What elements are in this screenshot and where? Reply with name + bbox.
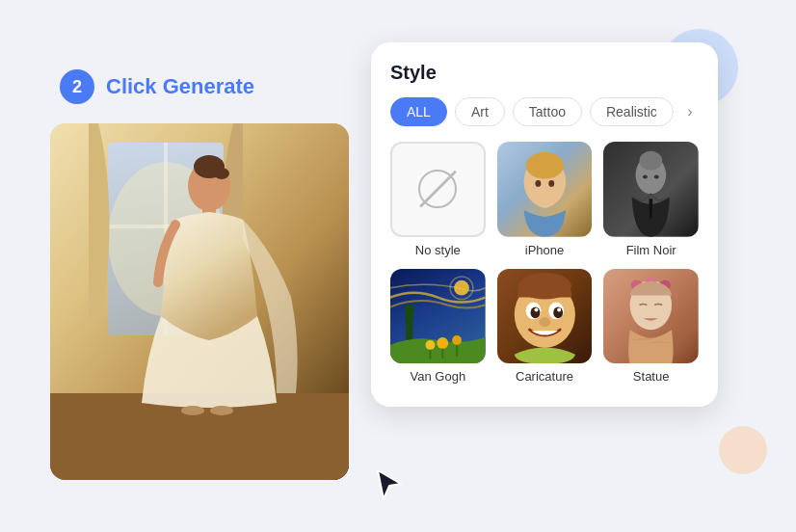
filmnoir-label: Film Noir — [626, 243, 677, 257]
cursor-svg — [374, 468, 405, 503]
step-header: 2 Click Generate — [60, 69, 254, 104]
step-badge: 2 — [60, 69, 94, 104]
svg-point-22 — [654, 175, 659, 179]
style-item-caricature[interactable]: Caricature — [497, 269, 593, 385]
step-label: Click Generate — [106, 74, 254, 99]
iphone-thumb-svg — [497, 142, 593, 237]
step-number: 2 — [72, 77, 82, 97]
filter-row: ALL Art Tattoo Realistic › — [390, 97, 699, 126]
style-item-no-style[interactable]: No style — [390, 142, 486, 257]
deco-circle-pink — [719, 426, 767, 474]
filter-tab-art[interactable]: Art — [455, 97, 505, 126]
vangogh-thumb-svg — [390, 269, 486, 364]
svg-marker-47 — [378, 470, 401, 499]
cursor-arrow — [374, 468, 405, 507]
statue-thumb-svg — [603, 269, 699, 364]
svg-point-16 — [548, 180, 554, 187]
no-style-thumb — [390, 142, 486, 237]
filter-tab-tattoo[interactable]: Tattoo — [513, 97, 582, 126]
svg-point-19 — [640, 151, 663, 171]
style-item-van-gogh[interactable]: Van Gogh — [390, 269, 486, 385]
statue-thumb — [603, 269, 699, 364]
filter-chevron-icon[interactable]: › — [681, 100, 699, 123]
no-style-label: No style — [415, 243, 461, 257]
svg-point-8 — [214, 168, 229, 179]
svg-point-28 — [426, 340, 436, 350]
filmnoir-thumb — [603, 142, 699, 237]
vangogh-label: Van Gogh — [411, 369, 466, 384]
svg-rect-29 — [441, 349, 443, 359]
svg-point-10 — [181, 406, 204, 415]
caricature-thumb-svg — [497, 269, 593, 364]
filmnoir-thumb-svg — [603, 142, 699, 237]
style-item-iphone[interactable]: iPhone — [497, 142, 593, 257]
bride-svg — [50, 123, 349, 480]
main-container: 2 Click Generate — [0, 0, 796, 532]
bride-image — [50, 123, 349, 480]
filter-tab-realistic[interactable]: Realistic — [590, 97, 674, 126]
svg-point-15 — [535, 180, 541, 187]
svg-point-14 — [525, 152, 563, 179]
style-panel-title: Style — [390, 62, 699, 84]
svg-point-27 — [452, 335, 462, 345]
svg-point-11 — [210, 406, 233, 415]
svg-point-41 — [539, 317, 550, 327]
svg-point-24 — [454, 280, 469, 296]
style-item-statue[interactable]: Statue — [603, 269, 699, 385]
style-grid: No style — [390, 142, 699, 384]
vangogh-thumb — [390, 269, 486, 364]
svg-rect-31 — [429, 350, 431, 359]
style-item-film-noir[interactable]: Film Noir — [603, 142, 699, 257]
svg-point-26 — [437, 337, 448, 349]
filter-tab-all[interactable]: ALL — [390, 97, 447, 126]
style-panel: Style ALL Art Tattoo Realistic › No styl… — [371, 42, 718, 407]
iphone-label: iPhone — [525, 243, 564, 257]
statue-label: Statue — [633, 369, 670, 384]
svg-point-21 — [643, 175, 648, 179]
caricature-thumb — [497, 269, 593, 364]
bride-photo — [50, 123, 349, 480]
iphone-thumb — [497, 142, 593, 237]
caricature-label: Caricature — [516, 369, 573, 384]
svg-point-39 — [534, 307, 538, 311]
svg-point-40 — [557, 307, 561, 311]
no-style-icon — [418, 170, 457, 208]
svg-rect-30 — [456, 345, 458, 357]
